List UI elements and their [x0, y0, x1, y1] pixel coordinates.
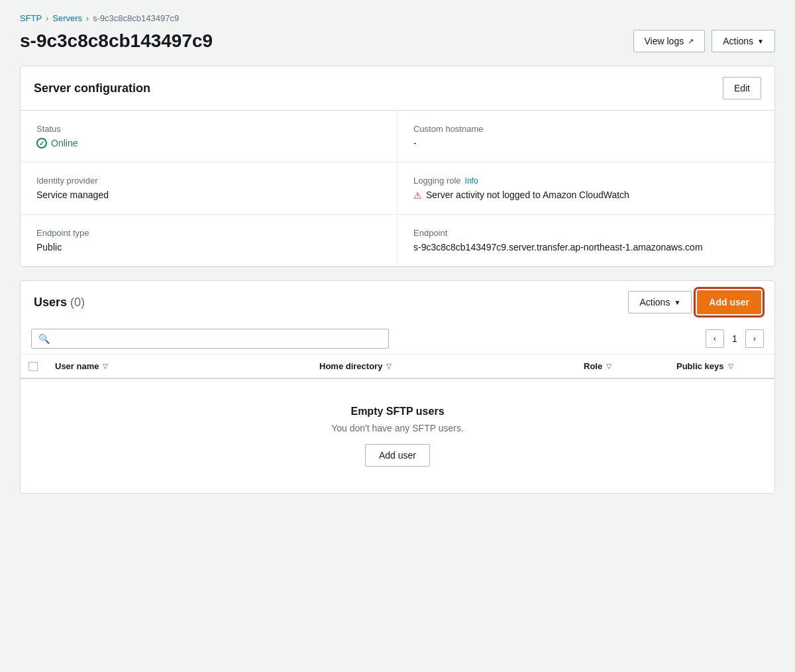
- logging-role-text: Server activity not logged to Amazon Clo…: [426, 190, 629, 200]
- users-header: Users (0) Actions Add user: [21, 281, 774, 323]
- card-body: Status Online Custom hostname - Identity…: [21, 111, 774, 266]
- edit-button[interactable]: Edit: [723, 77, 761, 99]
- next-page-button[interactable]: ›: [745, 329, 764, 348]
- sort-username-icon: ▽: [103, 363, 108, 370]
- col-role[interactable]: Role ▽: [576, 355, 668, 378]
- search-icon: 🔍: [38, 333, 50, 344]
- pagination: ‹ 1 ›: [706, 329, 764, 348]
- prev-page-button[interactable]: ‹: [706, 329, 724, 348]
- identity-provider-label: Identity provider: [36, 176, 381, 186]
- empty-title: Empty SFTP users: [34, 406, 761, 418]
- users-count: (0): [70, 296, 85, 309]
- sort-keys-icon: ▽: [728, 363, 733, 370]
- config-grid: Status Online Custom hostname - Identity…: [21, 111, 774, 266]
- endpoint-value: s-9c3c8c8cb143497c9.server.transfer.ap-n…: [413, 242, 759, 252]
- actions-button[interactable]: Actions: [712, 30, 775, 52]
- card-header: Server configuration Edit: [21, 66, 774, 111]
- logging-role-label: Logging role Info: [413, 176, 759, 186]
- status-text: Online: [51, 138, 78, 148]
- breadcrumb: SFTP › Servers › s-9c3c8c8cb143497c9: [20, 13, 775, 23]
- status-label: Status: [36, 124, 381, 134]
- empty-state: Empty SFTP users You don't have any SFTP…: [21, 379, 774, 493]
- endpoint-type-value: Public: [36, 242, 381, 252]
- online-icon: [36, 138, 47, 148]
- server-configuration-card: Server configuration Edit Status Online …: [20, 66, 775, 267]
- users-card: Users (0) Actions Add user 🔍 ‹ 1 ›: [20, 280, 775, 494]
- breadcrumb-current: s-9c3c8c8cb143497c9: [93, 13, 179, 23]
- users-actions: Actions Add user: [628, 290, 761, 314]
- page-number: 1: [728, 333, 741, 344]
- status-cell: Status Online: [21, 111, 398, 162]
- search-input-wrap[interactable]: 🔍: [31, 329, 389, 349]
- search-input[interactable]: [54, 333, 382, 344]
- identity-provider-cell: Identity provider Service managed: [21, 162, 398, 215]
- breadcrumb-sep1: ›: [46, 14, 48, 23]
- users-actions-button[interactable]: Actions: [628, 291, 692, 313]
- header-actions: View logs Actions: [633, 30, 776, 52]
- users-title: Users (0): [34, 296, 85, 309]
- sort-home-icon: ▽: [386, 363, 392, 370]
- logging-role-cell: Logging role Info ⚠ Server activity not …: [398, 162, 774, 215]
- endpoint-label: Endpoint: [413, 228, 759, 238]
- endpoint-type-cell: Endpoint type Public: [21, 215, 398, 266]
- breadcrumb-sftp[interactable]: SFTP: [20, 13, 42, 23]
- col-public-keys[interactable]: Public keys ▽: [668, 355, 774, 378]
- add-user-button[interactable]: Add user: [697, 290, 761, 314]
- card-header-title: Server configuration: [34, 82, 150, 95]
- status-value: Online: [36, 138, 381, 148]
- empty-desc: You don't have any SFTP users.: [34, 423, 761, 433]
- page-header: s-9c3c8c8cb143497c9 View logs Actions: [20, 30, 775, 52]
- select-all-cell[interactable]: [21, 355, 47, 378]
- col-home-directory[interactable]: Home directory ▽: [311, 355, 576, 378]
- custom-hostname-cell: Custom hostname -: [398, 111, 774, 162]
- logging-role-info-link[interactable]: Info: [465, 176, 478, 186]
- custom-hostname-label: Custom hostname: [413, 124, 759, 134]
- page-title: s-9c3c8c8cb143497c9: [20, 30, 213, 52]
- breadcrumb-servers[interactable]: Servers: [52, 13, 82, 23]
- breadcrumb-sep2: ›: [86, 14, 89, 23]
- custom-hostname-value: -: [413, 138, 759, 148]
- table-header: User name ▽ Home directory ▽ Role ▽ Publ…: [21, 355, 774, 379]
- warning-icon: ⚠: [413, 190, 422, 201]
- search-bar: 🔍 ‹ 1 ›: [21, 323, 774, 355]
- select-all-checkbox[interactable]: [28, 362, 38, 371]
- endpoint-cell: Endpoint s-9c3c8c8cb143497c9.server.tran…: [398, 215, 774, 266]
- empty-add-user-button[interactable]: Add user: [365, 444, 430, 467]
- logging-role-value: ⚠ Server activity not logged to Amazon C…: [413, 190, 759, 201]
- endpoint-type-label: Endpoint type: [36, 228, 381, 238]
- col-username[interactable]: User name ▽: [47, 355, 311, 378]
- sort-role-icon: ▽: [606, 363, 611, 370]
- view-logs-button[interactable]: View logs: [633, 30, 706, 52]
- identity-provider-value: Service managed: [36, 190, 381, 200]
